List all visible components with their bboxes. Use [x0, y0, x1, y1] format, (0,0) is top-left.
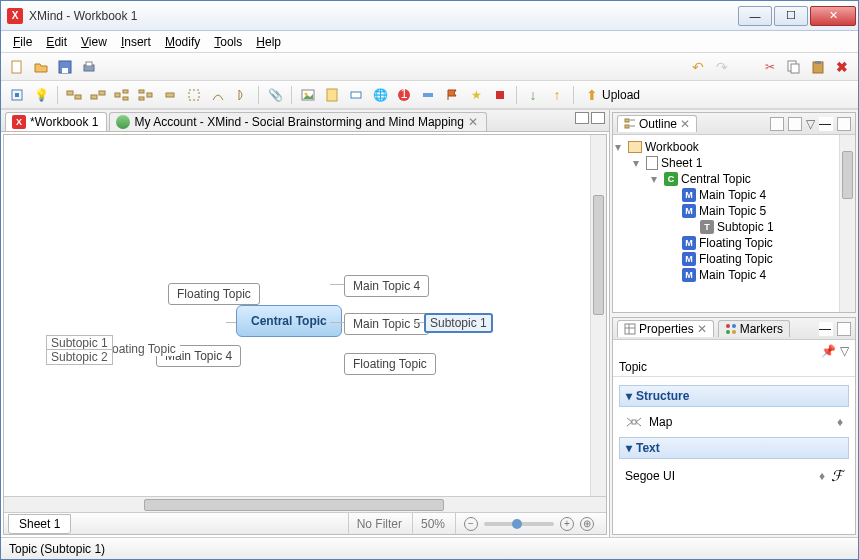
redo-icon[interactable]: ↷ — [712, 57, 732, 77]
font-dialog-icon[interactable]: ℱ — [831, 467, 843, 485]
expand-icon[interactable]: ▾ — [615, 140, 625, 154]
image-icon[interactable] — [298, 85, 318, 105]
properties-close-icon[interactable]: ✕ — [697, 322, 707, 336]
hyperlink-icon[interactable]: 🌐 — [370, 85, 390, 105]
undo-icon[interactable]: ↶ — [688, 57, 708, 77]
sheet-tab[interactable]: Sheet 1 — [8, 514, 71, 534]
outline-max-icon[interactable] — [837, 117, 851, 131]
outline-item[interactable]: MFloating Topic — [615, 251, 853, 267]
outline-item[interactable]: ▾CCentral Topic — [615, 171, 853, 187]
delete-icon[interactable]: ✖ — [832, 57, 852, 77]
drilldown-icon[interactable] — [7, 85, 27, 105]
label-icon[interactable] — [346, 85, 366, 105]
marker-task-icon[interactable] — [418, 85, 438, 105]
print-icon[interactable] — [79, 57, 99, 77]
node-main-topic-4[interactable]: Main Topic 4 — [344, 275, 429, 297]
attachment-icon[interactable]: 📎 — [265, 85, 285, 105]
menu-insert[interactable]: Insert — [115, 33, 157, 51]
marker-flag-icon[interactable] — [442, 85, 462, 105]
tab-workbook[interactable]: X *Workbook 1 — [5, 112, 107, 131]
tab-minimize-icon[interactable] — [575, 112, 589, 124]
relationship-icon[interactable] — [208, 85, 228, 105]
properties-tab[interactable]: Properties ✕ — [617, 320, 714, 337]
mindmap-canvas[interactable]: Central Topic Main Topic 4 Main Topic 5 … — [4, 135, 606, 496]
props-menu-icon[interactable]: ▽ — [840, 344, 849, 358]
spinner-icon[interactable]: ♦ — [819, 469, 825, 483]
boundary-icon[interactable] — [184, 85, 204, 105]
maximize-button[interactable]: ☐ — [774, 6, 808, 26]
zoom-out-button[interactable]: − — [464, 517, 478, 531]
props-min-icon[interactable]: — — [819, 322, 833, 336]
topic-before-icon[interactable] — [88, 85, 108, 105]
outline-item[interactable]: ▾Workbook — [615, 139, 853, 155]
zoom-value[interactable]: 50% — [412, 513, 453, 534]
marker-square-icon[interactable] — [490, 85, 510, 105]
menu-edit[interactable]: Edit — [40, 33, 73, 51]
node-floating-2[interactable]: Floating Topic — [344, 353, 436, 375]
section-text[interactable]: ▾ Text — [619, 437, 849, 459]
spinner-icon[interactable]: ♦ — [837, 415, 843, 429]
close-button[interactable]: ✕ — [810, 6, 856, 26]
move-up-icon[interactable]: ↑ — [547, 85, 567, 105]
outline-item[interactable]: TSubtopic 1 — [615, 219, 853, 235]
menu-view[interactable]: View — [75, 33, 113, 51]
node-floating-1[interactable]: Floating Topic — [168, 283, 260, 305]
outline-vscroll[interactable] — [839, 135, 855, 312]
node-subtopic-1-selected[interactable]: Subtopic 1 — [424, 313, 493, 333]
menu-modify[interactable]: Modify — [159, 33, 206, 51]
outline-item[interactable]: MMain Topic 4 — [615, 187, 853, 203]
outline-item[interactable]: MMain Topic 4 — [615, 267, 853, 283]
copy-icon[interactable] — [784, 57, 804, 77]
brainstorm-icon[interactable]: 💡 — [31, 85, 51, 105]
font-selector[interactable]: Segoe UI ♦ ℱ — [619, 463, 849, 489]
pin-icon[interactable]: 📌 — [821, 344, 836, 358]
outline-tab[interactable]: Outline ✕ — [617, 115, 697, 132]
props-max-icon[interactable] — [837, 322, 851, 336]
summary-icon[interactable] — [232, 85, 252, 105]
topic-after-icon[interactable] — [64, 85, 84, 105]
outline-close-icon[interactable]: ✕ — [680, 117, 690, 131]
outline-min-icon[interactable]: — — [819, 117, 833, 131]
outline-item[interactable]: ▾Sheet 1 — [615, 155, 853, 171]
marker-priority-icon[interactable]: 1 — [394, 85, 414, 105]
upload-button[interactable]: ⬆ Upload — [580, 85, 646, 105]
markers-tab[interactable]: Markers — [718, 320, 790, 337]
outline-item[interactable]: MMain Topic 5 — [615, 203, 853, 219]
canvas-hscroll[interactable] — [4, 496, 606, 512]
menu-help[interactable]: Help — [250, 33, 287, 51]
cut-icon[interactable]: ✂ — [760, 57, 780, 77]
tab-browser[interactable]: My Account - XMind - Social Brainstormin… — [109, 112, 486, 131]
node-subtopic-2[interactable]: Subtopic 2 — [46, 349, 113, 365]
expand-icon[interactable]: ▾ — [651, 172, 661, 186]
floating-topic-icon[interactable] — [160, 85, 180, 105]
expand-icon[interactable]: ▾ — [633, 156, 643, 170]
outline-item[interactable]: MFloating Topic — [615, 235, 853, 251]
node-main-topic-5[interactable]: Main Topic 5 — [344, 313, 429, 335]
canvas-vscroll[interactable] — [590, 135, 606, 496]
node-central-topic[interactable]: Central Topic — [236, 305, 342, 337]
notes-icon[interactable] — [322, 85, 342, 105]
open-icon[interactable] — [31, 57, 51, 77]
outline-menu-icon[interactable]: ▽ — [806, 117, 815, 131]
new-icon[interactable] — [7, 57, 27, 77]
filter-status[interactable]: No Filter — [348, 513, 410, 534]
parent-topic-icon[interactable] — [136, 85, 156, 105]
outline-tree[interactable]: ▾Workbook▾Sheet 1▾CCentral Topic MMain T… — [613, 135, 855, 312]
tab-maximize-icon[interactable] — [591, 112, 605, 124]
section-structure[interactable]: ▾ Structure — [619, 385, 849, 407]
subtopic-icon[interactable] — [112, 85, 132, 105]
zoom-fit-button[interactable]: ⊕ — [580, 517, 594, 531]
menu-tools[interactable]: Tools — [208, 33, 248, 51]
zoom-in-button[interactable]: + — [560, 517, 574, 531]
outline-view2-icon[interactable] — [788, 117, 802, 131]
tab-close-icon[interactable]: ✕ — [468, 115, 478, 129]
marker-star-icon[interactable]: ★ — [466, 85, 486, 105]
structure-selector[interactable]: Map ♦ — [619, 411, 849, 433]
menu-file[interactable]: File — [7, 33, 38, 51]
move-down-icon[interactable]: ↓ — [523, 85, 543, 105]
save-icon[interactable] — [55, 57, 75, 77]
outline-view1-icon[interactable] — [770, 117, 784, 131]
minimize-button[interactable]: — — [738, 6, 772, 26]
zoom-slider[interactable] — [484, 522, 554, 526]
paste-icon[interactable] — [808, 57, 828, 77]
